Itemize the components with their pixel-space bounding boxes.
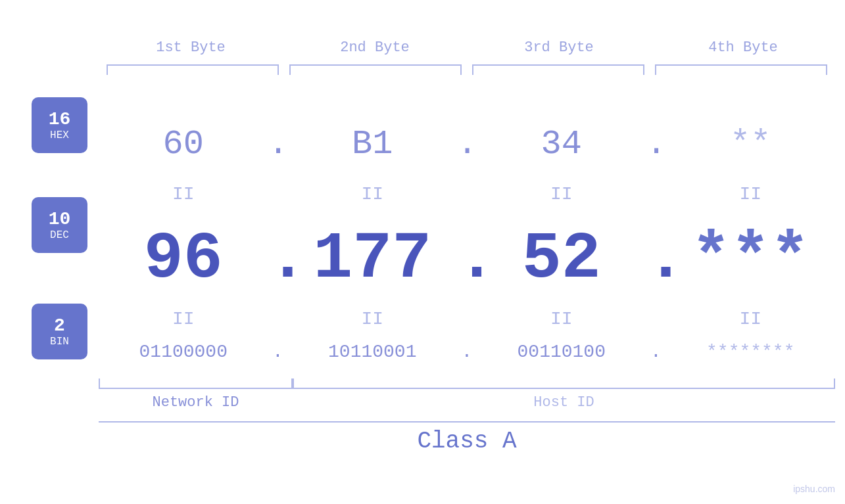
bin-b2-cell: 10110001 (288, 342, 458, 362)
bin-badge-num: 2 (54, 315, 65, 336)
top-brackets (99, 64, 835, 75)
dec-b4: *** (691, 222, 809, 296)
network-id-label: Network ID (99, 394, 293, 411)
dec-dot-1: . (268, 227, 288, 292)
top-bracket-3 (472, 64, 644, 75)
bin-badge: 2 BIN (32, 304, 87, 359)
bin-badge-label: BIN (50, 336, 69, 348)
eq-lower-4: II (666, 309, 836, 329)
hex-b4-cell: ** (666, 125, 836, 164)
col-header-3: 3rd Byte (467, 39, 651, 56)
dec-dot-3: . (646, 227, 666, 292)
bin-b1-cell: 01100000 (99, 342, 268, 362)
bin-b2: 10110001 (328, 342, 416, 362)
eq-lower-3: II (477, 309, 646, 329)
equals-lower-row: II II II II (99, 309, 835, 329)
hex-b4: ** (730, 125, 771, 164)
dec-badge-label: DEC (50, 229, 69, 241)
dec-b1-cell: 96 (99, 227, 268, 292)
hex-b3-cell: 34 (477, 125, 646, 164)
bin-dot-2: . (457, 342, 477, 362)
hex-b2: B1 (352, 125, 393, 164)
bin-values-row: 01100000 . 10110001 . 00110100 . *******… (99, 342, 835, 362)
hex-dot-3: . (646, 125, 666, 164)
hex-badge-num: 16 (49, 109, 71, 129)
col-header-2: 2nd Byte (283, 39, 467, 56)
dec-badge: 10 DEC (32, 197, 87, 253)
dec-values-row: 96 . 177 . 52 . *** (99, 227, 835, 292)
bin-b1: 01100000 (139, 342, 228, 362)
top-bracket-1 (107, 64, 279, 75)
dec-dot-2: . (457, 227, 477, 292)
col-header-4: 4th Byte (651, 39, 835, 56)
col-header-1: 1st Byte (99, 39, 283, 56)
hex-b1-cell: 60 (99, 125, 268, 164)
network-id-bracket (99, 378, 293, 389)
class-label: Class A (99, 428, 835, 455)
host-id-bracket (293, 378, 835, 389)
watermark: ipshu.com (793, 484, 835, 494)
grid-area: 1st Byte 2nd Byte 3rd Byte 4th Byte 60 .… (99, 39, 835, 465)
eq-upper-4: II (666, 184, 836, 204)
hex-values-row: 60 . B1 . 34 . ** (99, 125, 835, 164)
hex-badge-label: HEX (50, 129, 69, 141)
eq-upper-2: II (288, 184, 458, 204)
dec-b2: 177 (313, 222, 431, 296)
eq-lower-1: II (99, 309, 268, 329)
dec-b3-cell: 52 (477, 227, 646, 292)
class-line (99, 421, 835, 423)
bin-b3-cell: 00110100 (477, 342, 646, 362)
host-id-label: Host ID (293, 394, 835, 411)
dec-b4-cell: *** (666, 227, 836, 292)
dec-b1: 96 (144, 222, 223, 296)
bin-dot-1: . (268, 342, 288, 362)
hex-dot-2: . (457, 125, 477, 164)
bin-b3: 00110100 (518, 342, 606, 362)
bin-b4-cell: ******** (666, 342, 836, 362)
dec-b3: 52 (522, 222, 601, 296)
eq-lower-2: II (288, 309, 458, 329)
main-container: 16 HEX 10 DEC 2 BIN 1st Byte 2nd Byte 3r… (0, 0, 845, 504)
top-bracket-4 (655, 64, 827, 75)
eq-upper-3: II (477, 184, 646, 204)
class-bar: Class A (99, 421, 835, 455)
hex-dot-1: . (268, 125, 288, 164)
hex-badge: 16 HEX (32, 97, 87, 153)
hex-b2-cell: B1 (288, 125, 458, 164)
dec-b2-cell: 177 (288, 227, 458, 292)
column-headers: 1st Byte 2nd Byte 3rd Byte 4th Byte (99, 39, 835, 56)
top-bracket-2 (289, 64, 462, 75)
eq-upper-1: II (99, 184, 268, 204)
hex-b1: 60 (163, 125, 204, 164)
dec-badge-num: 10 (49, 209, 71, 229)
bin-dot-3: . (646, 342, 666, 362)
bin-b4: ******** (706, 342, 794, 362)
equals-upper-row: II II II II (99, 184, 835, 204)
hex-b3: 34 (541, 125, 582, 164)
